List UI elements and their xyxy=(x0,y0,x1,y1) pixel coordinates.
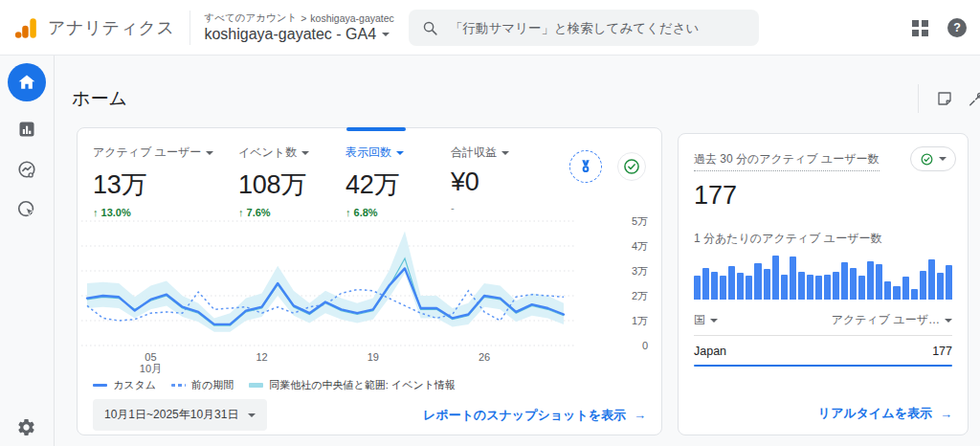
analytics-logo[interactable]: アナリティクス xyxy=(0,15,174,40)
report-snapshot-link[interactable]: レポートのスナップショットを表示 → xyxy=(423,407,646,424)
country-column-header[interactable]: 国 xyxy=(694,312,718,328)
minute-bar xyxy=(790,256,796,300)
metric-active-users[interactable]: アクティブ ユーザー 13万 ↑ 13.0% xyxy=(93,145,238,218)
minute-bar xyxy=(833,272,839,300)
data-quality-button[interactable] xyxy=(617,152,646,181)
y-axis-tick-label: 2万 xyxy=(632,290,648,301)
minute-bar xyxy=(920,271,926,300)
breadcrumb-account: すべてのアカウント xyxy=(204,11,297,25)
link-label: レポートのスナップショットを表示 xyxy=(423,407,626,424)
sidebar-item-explore[interactable] xyxy=(14,157,39,182)
legend-dashed-line-swatch xyxy=(171,384,186,387)
sidebar-item-home[interactable] xyxy=(8,63,46,101)
header-divider xyxy=(918,84,919,113)
chevron-down-icon xyxy=(501,151,509,155)
realtime-subtitle: 1 分あたりのアクティブ ユーザー数 xyxy=(694,231,952,247)
minute-bar xyxy=(746,276,752,300)
bar-chart-icon xyxy=(17,120,36,139)
legend-label: 同業他社の中央値と範囲: イベント情報 xyxy=(269,378,456,392)
page-title: ホーム xyxy=(72,86,127,111)
advertising-icon xyxy=(16,199,37,220)
minute-bar xyxy=(694,276,701,300)
product-name: アナリティクス xyxy=(48,16,174,39)
arrow-right-icon: → xyxy=(940,407,952,421)
y-axis-tick-label: 1万 xyxy=(632,315,648,326)
chevron-down-icon xyxy=(248,413,256,417)
minute-bar xyxy=(781,275,788,300)
metric-label: 表示回数 xyxy=(345,145,391,161)
top-app-bar: アナリティクス すべてのアカウント > koshigaya-gayatec ko… xyxy=(0,0,980,56)
column-label: 国 xyxy=(694,312,705,328)
customize-wrench-icon[interactable] xyxy=(967,90,980,107)
selected-metric-tab-indicator xyxy=(346,127,406,131)
chevron-down-icon xyxy=(382,33,390,36)
home-icon xyxy=(17,73,36,92)
minute-bar xyxy=(720,276,726,300)
legend-band-swatch xyxy=(249,383,263,388)
check-circle-icon xyxy=(622,157,641,176)
sidebar-item-admin[interactable] xyxy=(0,417,53,437)
metric-value: 13万 xyxy=(93,167,238,202)
legend-solid-line-swatch xyxy=(93,384,107,387)
legend-label: 前の期間 xyxy=(191,378,234,392)
diagnostics-grid-icon[interactable] xyxy=(912,20,928,36)
minute-bar xyxy=(850,268,857,300)
metric-label: イベント数 xyxy=(238,145,297,161)
minute-bar xyxy=(911,289,918,301)
metric-value: 42万 xyxy=(345,167,451,202)
minute-bar xyxy=(702,268,709,300)
minute-bar xyxy=(858,276,865,300)
link-label: リアルタイムを表示 xyxy=(818,405,932,422)
minute-bar xyxy=(728,266,735,300)
y-axis-tick-label: 5万 xyxy=(632,215,648,227)
metric-label: アクティブ ユーザー xyxy=(93,145,201,161)
table-row[interactable]: Japan 177 xyxy=(694,336,952,365)
date-range-selector[interactable]: 10月1日~2025年10月31日 xyxy=(93,399,267,431)
metric-event-count[interactable]: イベント数 108万 ↑ 7.6% xyxy=(238,145,345,218)
minute-bar xyxy=(928,259,935,300)
account-property-switcher[interactable]: すべてのアカウント > koshigaya-gayatec koshigaya-… xyxy=(204,11,393,43)
minute-bar xyxy=(841,262,848,300)
row-value: 177 xyxy=(932,345,952,358)
views-trend-line-chart[interactable]: 01万2万3万4万5万0510月121926 xyxy=(78,210,663,377)
chevron-down-icon xyxy=(710,319,718,323)
search-input[interactable] xyxy=(450,21,737,35)
topbar-divider xyxy=(189,11,190,45)
active-users-column-header[interactable]: アクティブ ユーザ… xyxy=(832,312,952,328)
chevron-down-icon xyxy=(396,151,404,155)
minute-bar xyxy=(711,272,718,300)
realtime-title: 過去 30 分のアクティブ ユーザー数 xyxy=(694,151,880,171)
metric-views-selected[interactable]: 表示回数 42万 ↑ 6.8% xyxy=(345,145,451,218)
realtime-active-users-value: 177 xyxy=(694,181,952,211)
grid-square xyxy=(922,30,928,36)
explore-icon xyxy=(16,159,37,180)
grid-square xyxy=(922,20,928,27)
property-title: koshigaya-gayatec - GA4 xyxy=(204,26,376,43)
breadcrumb-separator: > xyxy=(301,12,306,24)
help-icon[interactable]: ? xyxy=(947,18,967,37)
sidebar-item-reports[interactable] xyxy=(14,117,39,142)
benchmarking-badge-button[interactable] xyxy=(569,150,602,183)
insights-note-icon[interactable] xyxy=(936,90,953,107)
search-bar[interactable] xyxy=(409,10,759,46)
x-axis-tick-label: 12 xyxy=(256,351,267,363)
chevron-down-icon xyxy=(945,319,952,323)
minute-bar xyxy=(946,265,952,300)
breadcrumb-property: koshigaya-gayatec xyxy=(310,12,394,24)
realtime-status-dropdown[interactable] xyxy=(910,146,956,171)
chart-legend: カスタム 前の期間 同業他社の中央値と範囲: イベント情報 xyxy=(93,378,456,392)
metric-label: 合計収益 xyxy=(451,145,497,161)
view-realtime-link[interactable]: リアルタイムを表示 → xyxy=(818,405,952,422)
minute-bar xyxy=(807,275,813,300)
minute-bar xyxy=(772,256,779,300)
sidebar-item-advertising[interactable] xyxy=(14,197,39,222)
grid-square xyxy=(912,30,919,36)
minute-bar xyxy=(937,273,944,300)
realtime-bar-chart[interactable] xyxy=(694,256,952,300)
x-axis-tick-label: 26 xyxy=(479,351,490,363)
metric-total-revenue[interactable]: 合計収益 ¥0 - xyxy=(451,145,550,213)
minute-bar xyxy=(824,275,831,300)
y-axis-tick-label: 0 xyxy=(642,340,648,351)
row-proportion-bar xyxy=(694,365,952,367)
minute-bar xyxy=(737,273,744,300)
